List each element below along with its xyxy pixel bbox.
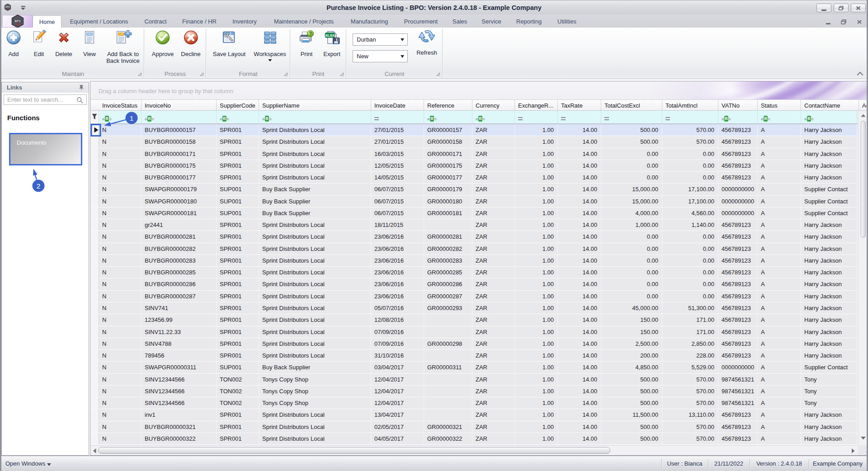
svg-text:BPO: BPO (14, 19, 20, 23)
svg-text:?: ? (309, 31, 312, 36)
svg-text:XLSX: XLSX (325, 33, 335, 38)
